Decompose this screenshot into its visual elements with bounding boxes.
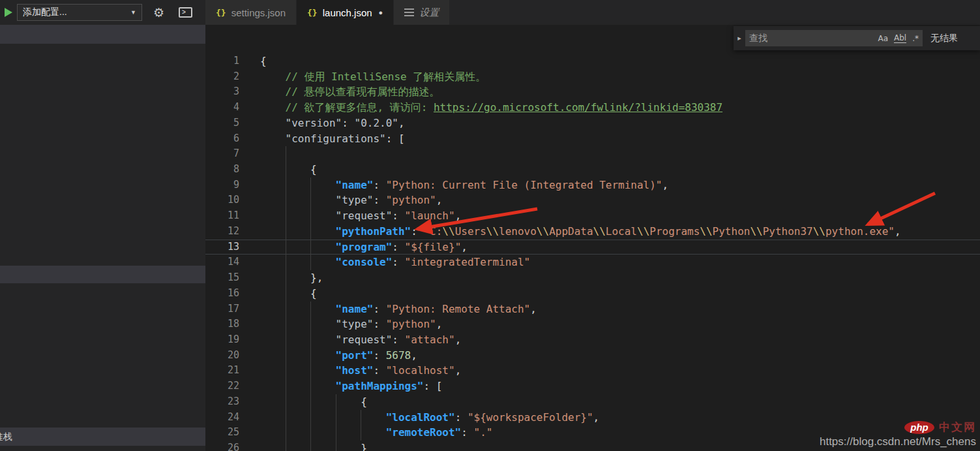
code-token: "host": [336, 364, 374, 377]
match-case-toggle[interactable]: Aa: [878, 34, 888, 43]
sidebar-section-row[interactable]: [0, 266, 205, 283]
code-token: "python": [386, 318, 436, 330]
tab-settings-ui[interactable]: 设置: [394, 0, 449, 25]
json-file-icon: {}: [216, 8, 226, 18]
code-token: // 欲了解更多信息, 请访问:: [286, 101, 434, 114]
code-line[interactable]: 11 "request": "launch",: [205, 208, 980, 224]
code-token: "program": [336, 241, 393, 253]
code-token: ,: [436, 194, 443, 206]
code-line[interactable]: 15 },: [205, 270, 980, 286]
editor-group: {} settings.json {} launch.json ● 设置 ▸ 查…: [205, 0, 980, 451]
code-token: :: [455, 411, 468, 424]
code-line[interactable]: 22 "pathMappings": [: [205, 379, 980, 394]
code-token: Programs: [649, 225, 700, 238]
code-token: AppData: [549, 225, 593, 238]
find-collapse-toggle[interactable]: ▸: [734, 34, 745, 42]
code-token: ,: [436, 318, 443, 330]
code-line[interactable]: 8 {: [205, 162, 980, 178]
line-number: 11: [205, 208, 239, 224]
code-token: :: [392, 241, 404, 253]
code-token: ,: [895, 225, 901, 238]
tab-label: launch.json: [323, 7, 372, 18]
code-line[interactable]: 20 "port": 5678,: [205, 348, 980, 364]
line-number: 18: [205, 317, 239, 332]
code-line[interactable]: 3 // 悬停以查看现有属性的描述。: [205, 84, 980, 100]
line-number: 3: [205, 84, 239, 100]
line-number: 8: [205, 162, 239, 178]
line-number: 16: [205, 286, 239, 302]
code-token: "Python: Current File (Integrated Termin…: [386, 179, 662, 191]
code-area[interactable]: 1{2 // 使用 IntelliSense 了解相关属性。3 // 悬停以查看…: [205, 25, 980, 451]
code-token: ,: [455, 364, 462, 377]
code-token: ,: [593, 411, 600, 424]
code-line[interactable]: 1{: [205, 54, 980, 69]
code-token: lenovo: [499, 225, 537, 238]
line-number: 20: [205, 348, 239, 364]
code-token: python.exe": [825, 225, 895, 238]
callstack-label: 堆栈: [0, 428, 12, 446]
code-token: Python37: [763, 225, 813, 238]
unsaved-dot-icon[interactable]: ●: [379, 8, 383, 16]
code-token: ,: [662, 179, 669, 191]
start-debugging-icon[interactable]: [5, 8, 12, 17]
code-token: "request": [336, 334, 393, 346]
code-token: :: [373, 303, 385, 315]
code-token: ,: [455, 210, 462, 222]
code-line[interactable]: 4 // 欲了解更多信息, 请访问: https://go.microsoft.…: [205, 100, 980, 116]
code-line[interactable]: 23 {: [205, 394, 980, 410]
tab-settings-json[interactable]: {} settings.json: [205, 0, 296, 25]
code-token: "localRoot": [386, 411, 455, 424]
code-line[interactable]: 6 "configurations": [: [205, 131, 980, 147]
line-number: 10: [205, 193, 239, 208]
code-token: \\: [593, 225, 606, 238]
regex-toggle[interactable]: .*: [912, 34, 919, 43]
php-logo: php: [904, 421, 934, 434]
whole-word-toggle[interactable]: Abl: [894, 33, 906, 43]
code-token: "python": [386, 194, 436, 206]
line-number: 5: [205, 116, 239, 131]
sidebar-section-row[interactable]: [0, 25, 205, 44]
code-token: "type": [336, 318, 374, 330]
vscode-window: 添加配置... ▼ ⚙ > 堆栈 {} settings.json {} lau…: [0, 0, 980, 451]
tab-label: 设置: [419, 7, 439, 19]
line-number: 24: [205, 410, 239, 426]
find-widget: ▸ 查找 Aa Abl .* 无结果: [734, 26, 980, 50]
code-token: "name": [336, 179, 374, 191]
line-number: 12: [205, 224, 239, 240]
code-line[interactable]: 16 {: [205, 286, 980, 302]
code-line[interactable]: 17 "name": "Python: Remote Attach",: [205, 302, 980, 317]
gear-icon[interactable]: ⚙: [153, 5, 164, 20]
settings-sliders-icon: [404, 8, 414, 16]
code-token: ,: [461, 241, 468, 253]
code-line[interactable]: 7: [205, 146, 980, 162]
code-token: // 使用 IntelliSense 了解相关属性。: [286, 70, 486, 83]
code-line[interactable]: 18 "type": "python",: [205, 317, 980, 332]
code-token: Python: [713, 225, 750, 238]
line-number: 9: [205, 178, 239, 193]
line-number: 15: [205, 270, 239, 286]
code-token: : [: [423, 380, 442, 392]
code-line[interactable]: 21 "host": "localhost",: [205, 363, 980, 379]
find-results-label: 无结果: [930, 33, 958, 44]
tab-launch-json[interactable]: {} launch.json ●: [297, 0, 393, 25]
code-token: "port": [336, 349, 374, 362]
find-placeholder: 查找: [749, 33, 872, 44]
debug-config-dropdown[interactable]: 添加配置... ▼: [17, 4, 142, 21]
debug-console-icon[interactable]: >: [179, 7, 192, 18]
find-input[interactable]: 查找 Aa Abl .*: [745, 30, 923, 46]
comment-link[interactable]: https://go.microsoft.com/fwlink/?linkid=…: [434, 101, 722, 114]
code-line[interactable]: 14 "console": "integratedTerminal": [205, 255, 980, 270]
code-line[interactable]: 2 // 使用 IntelliSense 了解相关属性。: [205, 69, 980, 85]
code-token: : [: [386, 132, 405, 145]
code-token: "remoteRoot": [386, 426, 462, 439]
code-line[interactable]: 9 "name": "Python: Current File (Integra…: [205, 178, 980, 193]
code-token: :: [373, 179, 385, 191]
code-token: \\: [750, 225, 762, 238]
sidebar-callstack-header[interactable]: 堆栈: [0, 428, 205, 446]
code-line[interactable]: 10 "type": "python",: [205, 193, 980, 208]
code-line[interactable]: 5 "version": "0.2.0",: [205, 116, 980, 131]
code-line[interactable]: 13 "program": "${file}",: [205, 240, 980, 255]
code-line[interactable]: 12 "pythonPath": "C:\\Users\\lenovo\\App…: [205, 224, 980, 240]
code-line[interactable]: 19 "request": "attach",: [205, 332, 980, 348]
code-token: "integratedTerminal": [405, 256, 531, 268]
